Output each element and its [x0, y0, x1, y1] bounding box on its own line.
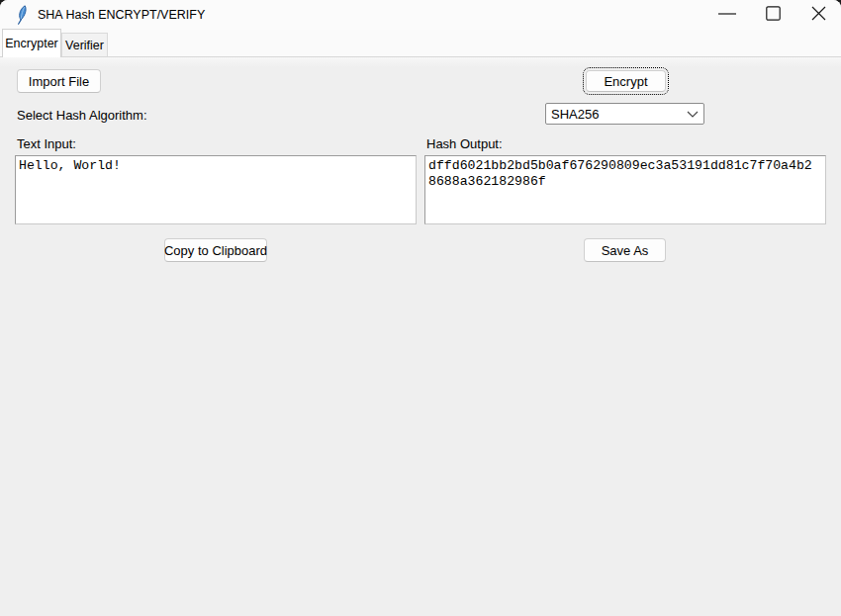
text-input-label: Text Input:: [17, 136, 76, 151]
hash-output-label: Hash Output:: [426, 136, 503, 151]
app-window: SHA Hash ENCRYPT/VERIFY Encrypter Verifi…: [0, 0, 841, 616]
import-file-button[interactable]: Import File: [17, 69, 101, 93]
tab-verifier[interactable]: Verifier: [61, 33, 108, 56]
chevron-down-icon: [682, 111, 703, 118]
save-as-button[interactable]: Save As: [584, 238, 666, 262]
encrypter-pane: [0, 57, 841, 616]
hash-output-area[interactable]: dffd6021bb2bd5b0af676290809ec3a53191dd81…: [424, 155, 826, 224]
tab-bar: Encrypter Verifier: [0, 30, 841, 57]
python-feather-icon: [14, 5, 29, 25]
text-input-area[interactable]: Hello, World!: [15, 155, 417, 224]
maximize-button[interactable]: [750, 0, 795, 30]
tab-encrypter[interactable]: Encrypter: [2, 29, 61, 57]
minimize-icon: [718, 5, 736, 26]
close-button[interactable]: [795, 0, 841, 30]
hash-algorithm-value: SHA256: [546, 107, 682, 122]
select-hash-algorithm-label: Select Hash Algorithm:: [17, 108, 147, 123]
hash-algorithm-combobox[interactable]: SHA256: [545, 103, 704, 125]
title-bar[interactable]: SHA Hash ENCRYPT/VERIFY: [0, 0, 841, 30]
window-title: SHA Hash ENCRYPT/VERIFY: [38, 0, 205, 30]
tab-verifier-label: Verifier: [65, 39, 104, 52]
encrypt-button[interactable]: Encrypt: [586, 70, 666, 92]
copy-to-clipboard-button[interactable]: Copy to Clipboard: [164, 238, 267, 262]
close-icon: [811, 6, 826, 24]
maximize-icon: [766, 6, 781, 24]
tab-encrypter-label: Encrypter: [5, 37, 58, 50]
minimize-button[interactable]: [704, 0, 750, 30]
